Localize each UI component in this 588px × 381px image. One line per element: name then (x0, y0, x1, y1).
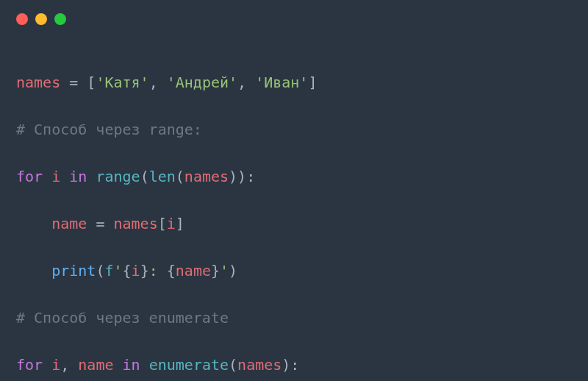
tok-string: 'Иван' (255, 74, 308, 91)
tok-punct: ) (229, 262, 237, 279)
tok-space (43, 168, 51, 185)
code-line: # Способ через range: (16, 118, 572, 141)
minimize-icon[interactable] (35, 13, 47, 25)
tok-function: print (51, 262, 96, 279)
tok-punct: , (60, 356, 78, 374)
tok-operator: = (60, 74, 87, 91)
tok-fexpr: name (176, 262, 211, 279)
tok-space (87, 168, 96, 185)
tok-comment: # Способ через range: (16, 121, 202, 138)
tok-string: 'Андрей' (167, 74, 237, 91)
tok-punct: ): (237, 168, 255, 185)
tok-variable: name (51, 215, 87, 232)
tok-indent (16, 215, 51, 232)
tok-space (60, 168, 69, 185)
code-line: # Способ через enumerate (16, 306, 572, 330)
tok-punct: ): (282, 356, 299, 374)
tok-punct: ( (96, 262, 104, 279)
tok-string: ' (113, 262, 122, 279)
tok-variable: i (51, 356, 60, 374)
tok-string: : (149, 262, 167, 279)
tok-punct: ( (176, 168, 184, 185)
tok-indent (16, 262, 51, 279)
tok-builtin: enumerate (149, 356, 229, 374)
tok-variable: names (184, 168, 229, 185)
maximize-icon[interactable] (54, 13, 66, 25)
editor-window: names = ['Катя', 'Андрей', 'Иван'] # Спо… (0, 0, 588, 381)
tok-fprefix: f (104, 262, 113, 279)
tok-punct: [ (87, 74, 96, 91)
window-titlebar (16, 13, 572, 25)
close-icon[interactable] (16, 13, 28, 25)
code-line: name = names[i] (16, 212, 572, 235)
tok-punct: } (211, 262, 220, 279)
tok-punct: { (167, 262, 176, 279)
tok-space (113, 356, 122, 374)
code-line: print(f'{i}: {name}') (16, 259, 572, 282)
code-line: names = ['Катя', 'Андрей', 'Иван'] (16, 71, 572, 94)
tok-punct: ] (176, 215, 184, 232)
tok-keyword: in (69, 168, 87, 185)
tok-punct: ( (229, 356, 237, 374)
tok-punct: } (140, 262, 149, 279)
tok-space (140, 356, 149, 374)
tok-punct: ( (140, 168, 149, 185)
tok-comment: # Способ через enumerate (16, 309, 229, 327)
tok-builtin: range (96, 168, 140, 185)
tok-punct: ) (229, 168, 237, 185)
tok-variable: names (16, 74, 60, 91)
tok-variable: name (78, 356, 113, 374)
tok-keyword: in (123, 356, 140, 374)
tok-punct: ] (308, 74, 317, 91)
code-line: for i, name in enumerate(names): (16, 353, 572, 377)
tok-punct: [ (158, 215, 167, 232)
tok-space (43, 356, 51, 374)
tok-variable: i (51, 168, 60, 185)
tok-operator: = (87, 215, 113, 232)
tok-string: 'Катя' (96, 74, 148, 91)
code-line: for i in range(len(names)): (16, 165, 572, 188)
tok-keyword: for (16, 168, 43, 185)
tok-punct: , (149, 74, 167, 91)
tok-fexpr: i (132, 262, 140, 279)
tok-variable: names (113, 215, 157, 232)
tok-keyword: for (16, 356, 43, 374)
tok-string: ' (220, 262, 229, 279)
tok-builtin: len (149, 168, 176, 185)
tok-variable: i (167, 215, 176, 232)
tok-punct: { (123, 262, 132, 279)
tok-punct: , (237, 74, 255, 91)
code-block: names = ['Катя', 'Андрей', 'Иван'] # Спо… (16, 47, 572, 381)
tok-variable: names (237, 356, 282, 374)
